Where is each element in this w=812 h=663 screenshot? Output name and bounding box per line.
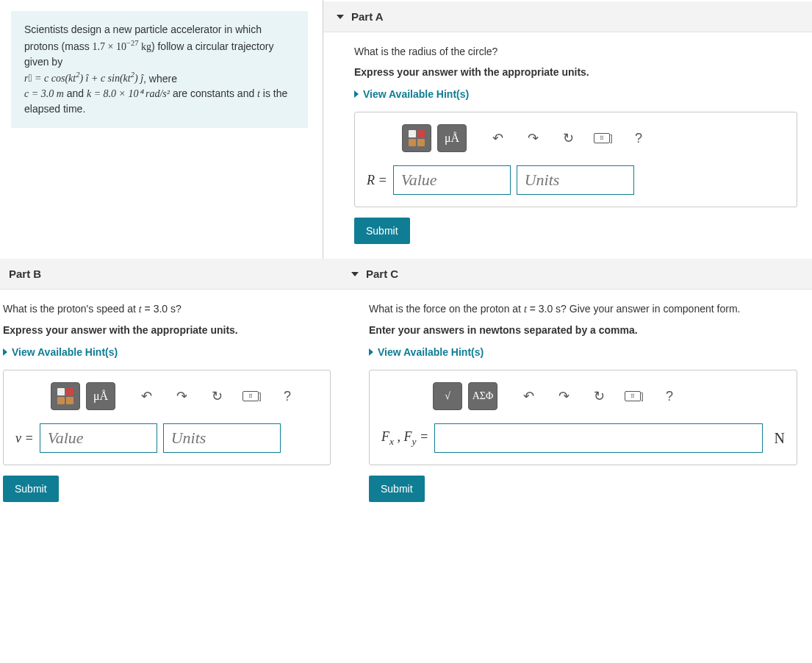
undo-button[interactable]: ↶ (514, 382, 543, 410)
part-b-qb: = 3.0 s? (142, 303, 182, 315)
part-a-input-row: R = (367, 165, 785, 195)
keyboard-icon: ⠿ (625, 391, 641, 401)
keyboard-button[interactable]: ⠿] (237, 382, 267, 410)
part-b-variable: v = (15, 431, 34, 446)
part-a-hints-label: View Available Hint(s) (363, 88, 469, 100)
part-b-qa: What is the proton's speed at (3, 303, 139, 315)
part-c-variable: Fx , Fy = (381, 429, 428, 448)
units-button[interactable]: μÅ (437, 124, 467, 152)
help-button[interactable]: ? (273, 382, 302, 410)
part-c-qa: What is the force on the proton at (369, 303, 524, 315)
bracket-icon: ] (610, 133, 612, 143)
part-c-toolbar: √ ΑΣΦ ↶ ↷ ↻ ⠿] ? (433, 382, 785, 410)
part-c-value-input[interactable] (434, 423, 762, 453)
part-b-answer-box: μÅ ↶ ↷ ↻ ⠿] ? v = (3, 370, 331, 465)
keyboard-icon: ⠿ (242, 391, 259, 401)
problem-text: Scientists design a new particle acceler… (11, 11, 308, 128)
part-b-header[interactable]: Part B (0, 259, 338, 290)
reset-button[interactable]: ↻ (553, 124, 583, 152)
part-b-body: What is the proton's speed at t = 3.0 s?… (0, 290, 338, 517)
greek-label: ΑΣΦ (473, 390, 494, 402)
reset-button[interactable]: ↻ (202, 382, 231, 410)
part-c-instruction: Enter your answers in newtons separated … (369, 324, 797, 336)
keyboard-icon: ⠿ (594, 133, 610, 143)
problem-statement-panel: Scientists design a new particle acceler… (0, 0, 323, 259)
part-a-title: Part A (351, 10, 384, 23)
caret-down-icon (351, 272, 359, 276)
part-a-units-input[interactable] (517, 165, 634, 195)
undo-button[interactable]: ↶ (132, 382, 161, 410)
template-picker-button[interactable] (402, 124, 431, 152)
help-label: ? (284, 389, 291, 404)
undo-icon: ↶ (523, 388, 534, 404)
undo-icon: ↶ (492, 130, 503, 146)
caret-right-icon (3, 348, 7, 356)
part-b-units-input[interactable] (163, 423, 281, 453)
sqrt-icon: √ (445, 390, 450, 402)
part-c-hints-label: View Available Hint(s) (378, 346, 484, 358)
undo-button[interactable]: ↶ (483, 124, 512, 152)
part-c-unit: N (775, 430, 785, 447)
reset-icon: ↻ (594, 388, 605, 404)
c-value: c = 3.0 m (24, 88, 64, 99)
part-a-question: What is the radius of the circle? (354, 46, 797, 57)
part-b-submit-button[interactable]: Submit (3, 476, 59, 502)
part-b-hints-label: View Available Hint(s) (12, 346, 118, 358)
part-b-toolbar: μÅ ↶ ↷ ↻ ⠿] ? (51, 382, 318, 410)
part-a-value-input[interactable] (393, 165, 511, 195)
part-a-instruction: Express your answer with the appropriate… (354, 66, 797, 78)
part-b-instruction: Express your answer with the appropriate… (3, 324, 331, 336)
reset-icon: ↻ (212, 388, 223, 404)
caret-right-icon (354, 90, 359, 98)
mu-label: μÅ (93, 390, 108, 403)
template-picker-button[interactable]: √ (433, 382, 462, 410)
redo-icon: ↷ (558, 388, 570, 404)
part-c-submit-button[interactable]: Submit (369, 476, 425, 502)
part-b-hints-toggle[interactable]: View Available Hint(s) (3, 346, 331, 358)
help-label: ? (635, 131, 642, 146)
bracket-icon: ] (641, 391, 643, 401)
part-a-submit-button[interactable]: Submit (354, 218, 410, 244)
mu-label: μÅ (445, 132, 459, 145)
part-c-answer-box: √ ΑΣΦ ↶ ↷ ↻ ⠿] ? Fx , Fy = (369, 370, 797, 465)
part-a-answer-box: μÅ ↶ ↷ ↻ ⠿] ? R = (354, 112, 797, 207)
part-c-question: What is the force on the proton at t = 3… (369, 303, 797, 315)
part-c-header[interactable]: Part C (338, 259, 812, 290)
redo-button[interactable]: ↷ (549, 382, 578, 410)
part-a-header[interactable]: Part A (323, 1, 812, 32)
part-c-body: What is the force on the proton at t = 3… (338, 290, 812, 517)
part-c-title: Part C (366, 268, 398, 280)
template-picker-button[interactable] (51, 382, 80, 410)
reset-icon: ↻ (563, 130, 574, 146)
keyboard-button[interactable]: ⠿] (589, 124, 618, 152)
part-b-value-input[interactable] (40, 423, 157, 453)
mass-exp: −27 (126, 39, 138, 47)
redo-icon: ↷ (528, 130, 539, 146)
greek-button[interactable]: ΑΣΦ (468, 382, 497, 410)
redo-button[interactable]: ↷ (518, 124, 547, 152)
redo-icon: ↷ (176, 388, 187, 404)
keyboard-button[interactable]: ⠿] (619, 382, 649, 410)
caret-right-icon (369, 348, 373, 356)
help-button[interactable]: ? (624, 124, 653, 152)
part-c-input-row: Fx , Fy = N (381, 423, 785, 453)
part-c-hints-toggle[interactable]: View Available Hint(s) (369, 346, 797, 358)
part-b-input-row: v = (15, 423, 318, 453)
const-suffix: are constants and (170, 87, 257, 99)
and-word: and (64, 87, 87, 99)
part-a-hints-toggle[interactable]: View Available Hint(s) (354, 88, 797, 100)
equation: r⃗ = c cos(kt2) î + c sin(kt2) ĵ (24, 73, 143, 84)
bracket-icon: ] (259, 391, 261, 401)
part-b-question: What is the proton's speed at t = 3.0 s? (3, 303, 331, 315)
help-label: ? (666, 389, 673, 404)
part-a-toolbar: μÅ ↶ ↷ ↻ ⠿] ? (402, 124, 785, 152)
k-value: k = 8.0 × 10⁴ rad/s² (87, 88, 170, 99)
mass-value: 1.7 × 10 (93, 41, 126, 52)
units-button[interactable]: μÅ (86, 382, 115, 410)
reset-button[interactable]: ↻ (584, 382, 614, 410)
help-button[interactable]: ? (655, 382, 684, 410)
part-b-title: Part B (9, 268, 41, 280)
part-a-body: What is the radius of the circle? Expres… (323, 32, 812, 259)
redo-button[interactable]: ↷ (167, 382, 196, 410)
part-c-qb: = 3.0 s? Give your answer in component f… (527, 303, 741, 315)
